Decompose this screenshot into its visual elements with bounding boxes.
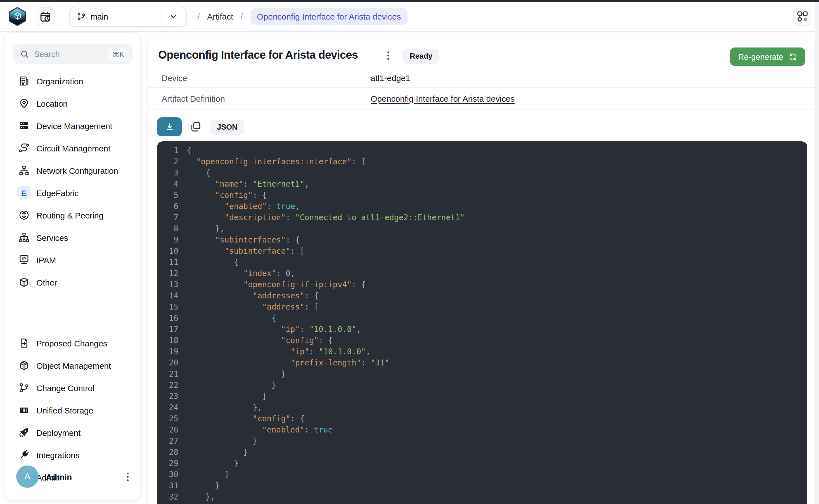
router-icon	[17, 208, 31, 222]
refresh-icon	[788, 52, 797, 61]
page-title: Openconfig Interface for Arista devices	[158, 49, 358, 61]
field-value-link[interactable]: atl1-edge1	[370, 73, 411, 83]
line-number: 10	[157, 245, 178, 256]
line-number: 23	[157, 391, 178, 402]
line-content: {	[178, 256, 238, 268]
line-content: "prefix-length": "31"	[178, 357, 389, 368]
network-icon	[17, 164, 31, 177]
code-line: 26 "enabled": true	[157, 424, 807, 435]
sidebar-item-organization[interactable]: Organization	[4, 70, 141, 92]
code-viewer[interactable]: 1{2 "openconfig-interfaces:interface": […	[157, 141, 807, 504]
sidebar-nav-secondary: Proposed ChangesObject ManagementChange …	[4, 332, 141, 488]
line-number: 18	[157, 335, 178, 346]
field-value-link[interactable]: Openconfig Interface for Arista devices	[370, 94, 515, 103]
line-content: "ip": "10.1.0.0",	[178, 324, 361, 335]
sidebar-item-label: Proposed Changes	[36, 338, 107, 348]
sidebar-item-integrations[interactable]: Integrations	[4, 444, 141, 466]
map-pin-icon	[17, 97, 31, 110]
line-number: 24	[157, 402, 178, 413]
breadcrumb-artifact[interactable]: Artifact	[207, 12, 233, 21]
sidebar-item-deployment[interactable]: Deployment	[4, 421, 141, 444]
copy-button[interactable]	[190, 121, 201, 132]
sidebar-item-label: Routing & Peering	[36, 210, 103, 220]
sidebar-item-edgefabric[interactable]: EEdgeFabric	[4, 182, 141, 204]
sidebar-item-label: IPAM	[36, 255, 56, 265]
sidebar-item-device-management[interactable]: Device Management	[4, 115, 141, 137]
code-line: 23 ]	[157, 391, 807, 402]
code-line: 24 },	[157, 402, 807, 413]
sidebar-item-ipam[interactable]: IPIPAM	[4, 249, 141, 271]
line-number: 4	[157, 178, 178, 189]
sidebar-divider	[13, 329, 135, 329]
sidebar-item-object-management[interactable]: Object Management	[4, 354, 141, 377]
line-number: 13	[157, 279, 178, 290]
line-number: 28	[157, 446, 178, 458]
sidebar-item-unified-storage[interactable]: Unified Storage	[4, 399, 141, 421]
building-icon	[17, 74, 31, 88]
breadcrumb-current[interactable]: Openconfig Interface for Arista devices	[250, 8, 407, 25]
line-number: 5	[157, 189, 178, 201]
line-number: 25	[157, 413, 178, 424]
download-icon	[165, 122, 174, 132]
line-content: "config": {	[178, 413, 305, 424]
title-menu-button[interactable]	[387, 51, 389, 60]
line-content: },	[178, 491, 215, 502]
line-content: "openconfig-interfaces:interface": [	[178, 156, 366, 167]
user-menu[interactable]: A Admin	[4, 465, 141, 488]
sidebar-item-routing-peering[interactable]: Routing & Peering	[4, 204, 141, 226]
line-number: 17	[157, 324, 178, 335]
code-line: 31 }	[157, 480, 807, 491]
line-content: "addresses": {	[178, 290, 319, 301]
line-content: },	[178, 223, 224, 234]
user-menu-button[interactable]	[127, 472, 129, 481]
line-number: 12	[157, 268, 178, 279]
calendar-clock-icon	[39, 10, 51, 23]
code-line: 5 "config": {	[157, 189, 807, 201]
line-number: 14	[157, 290, 178, 301]
sidebar-item-label: Services	[36, 233, 68, 242]
line-number: 9	[157, 234, 178, 245]
apps-button[interactable]	[793, 8, 811, 25]
sidebar-item-change-control[interactable]: Change Control	[4, 377, 141, 399]
sidebar-item-services[interactable]: Services	[4, 226, 141, 249]
line-content: ]	[178, 391, 267, 402]
branch-dropdown-toggle[interactable]	[160, 7, 186, 26]
code-line: 8 },	[157, 223, 807, 234]
sidebar-item-label: Integrations	[36, 450, 79, 460]
sidebar-item-proposed-changes[interactable]: Proposed Changes	[4, 332, 141, 354]
code-line: 18 "config": {	[157, 335, 807, 346]
sidebar: Search ⌘K OrganizationLocationDevice Man…	[4, 32, 141, 501]
line-content: }	[178, 458, 238, 469]
line-content: "enabled": true	[178, 424, 333, 435]
line-content: "ip": "10.1.0.0",	[178, 346, 370, 357]
line-content: {	[178, 145, 191, 156]
branch-selector[interactable]: main	[69, 6, 187, 27]
code-line: 20 "prefix-length": "31"	[157, 357, 807, 368]
code-line: 14 "addresses": {	[157, 290, 807, 301]
line-number: 11	[157, 256, 178, 268]
status-badge: Ready	[403, 49, 439, 64]
code-line: 32 },	[157, 491, 807, 502]
line-content: "address": [	[178, 301, 319, 312]
line-content: "config": {	[178, 335, 333, 346]
top-bar: main / Artifact / Openconfig Interface f…	[0, 2, 819, 32]
search-input[interactable]: Search ⌘K	[13, 44, 132, 64]
line-content: {	[178, 312, 276, 324]
sidebar-item-label: Network Configuration	[36, 166, 118, 175]
line-number: 30	[157, 469, 178, 480]
sidebar-item-network-configuration[interactable]: Network Configuration	[4, 159, 141, 182]
line-number: 6	[157, 201, 178, 212]
rocket-icon	[17, 426, 31, 439]
line-number: 8	[157, 223, 178, 234]
sidebar-item-other[interactable]: Other	[4, 271, 141, 293]
line-number: 20	[157, 357, 178, 368]
line-number: 27	[157, 435, 178, 446]
branch-name: main	[91, 12, 108, 21]
page-scrollbar[interactable]	[815, 2, 819, 504]
download-button[interactable]	[157, 117, 182, 136]
main-panel: Openconfig Interface for Arista devices …	[148, 35, 815, 504]
sidebar-item-circuit-management[interactable]: Circuit Management	[4, 137, 141, 159]
regenerate-button[interactable]: Re-generate	[730, 47, 805, 66]
calendar-button[interactable]	[36, 7, 55, 26]
sidebar-item-location[interactable]: Location	[4, 92, 141, 115]
